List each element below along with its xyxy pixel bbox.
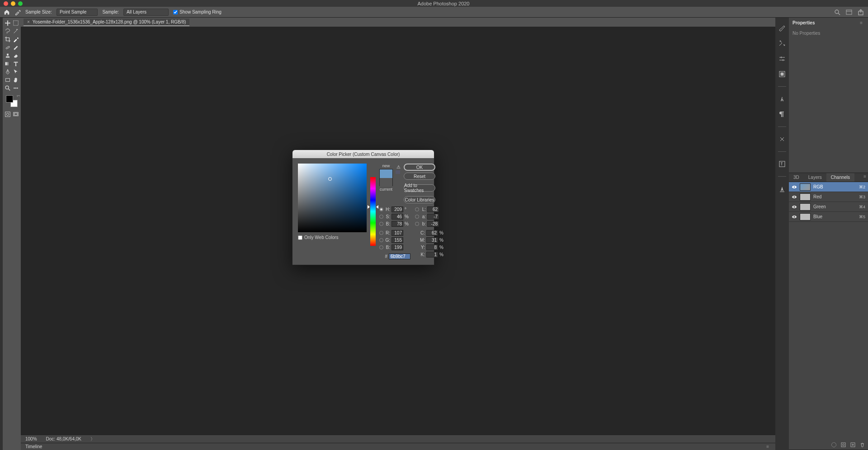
color-selection-ring[interactable] <box>328 177 332 181</box>
brushes-panel-icon[interactable] <box>778 24 786 32</box>
y-input[interactable] <box>426 244 438 250</box>
tab-channels[interactable]: Channels <box>826 173 854 182</box>
swap-colors-icon[interactable]: ⤺ <box>17 94 20 98</box>
visibility-icon[interactable] <box>792 194 797 200</box>
clone-source-panel-icon[interactable] <box>778 39 786 47</box>
quick-mask-icon[interactable] <box>4 111 11 118</box>
pen-tool-icon[interactable] <box>4 68 11 75</box>
hue-slider[interactable] <box>370 177 376 246</box>
screen-mode-icon[interactable] <box>12 111 19 118</box>
ok-button[interactable]: OK <box>404 164 435 171</box>
magic-wand-tool-icon[interactable] <box>12 28 19 35</box>
channels-menu-icon[interactable]: ≡ <box>862 173 868 182</box>
channel-row[interactable]: RGB ⌘2 <box>789 182 868 192</box>
foreground-color[interactable] <box>6 95 13 103</box>
eraser-tool-icon[interactable] <box>12 52 19 59</box>
glyphs-panel-icon[interactable] <box>778 160 786 168</box>
marquee-tool-icon[interactable] <box>12 19 19 27</box>
healing-brush-tool-icon[interactable] <box>4 44 11 51</box>
character-panel-icon[interactable] <box>778 95 786 103</box>
new-channel-icon[interactable] <box>850 442 856 448</box>
bl-input[interactable] <box>392 244 403 250</box>
home-icon[interactable] <box>4 9 10 15</box>
add-to-swatches-button[interactable]: Add to Swatches <box>404 184 435 192</box>
sample-select[interactable]: All Layers <box>123 9 169 16</box>
tab-layers[interactable]: Layers <box>804 173 826 182</box>
sample-size-select[interactable]: Point Sample <box>57 9 98 16</box>
c-input[interactable] <box>426 230 438 236</box>
brush-tool-icon[interactable] <box>12 44 19 51</box>
show-sampling-ring-input[interactable] <box>173 10 178 14</box>
styles-panel-icon[interactable] <box>778 70 786 78</box>
visibility-icon[interactable] <box>792 204 797 210</box>
rectangle-tool-icon[interactable] <box>4 76 11 84</box>
h-radio[interactable] <box>379 207 383 211</box>
eyedropper-tool-icon[interactable] <box>14 9 21 15</box>
b-input[interactable] <box>392 221 403 227</box>
zoom-level[interactable]: 100% <box>25 436 37 441</box>
r-radio[interactable] <box>379 231 383 235</box>
workspace-icon[interactable] <box>845 9 853 16</box>
timeline-menu-icon[interactable]: ≡ <box>764 443 771 450</box>
h-input[interactable] <box>392 206 403 212</box>
s-input[interactable] <box>392 214 403 220</box>
l-input[interactable] <box>427 206 439 212</box>
websafe-warning-icon[interactable] <box>396 170 400 174</box>
crop-tool-icon[interactable] <box>4 36 11 43</box>
reset-button[interactable]: Reset <box>404 173 435 180</box>
adjustments-panel-icon[interactable] <box>778 55 786 63</box>
document-tab[interactable]: × Yosemite-Folder_1536x1536_Apple-128x12… <box>24 19 189 26</box>
clone-stamp-tool-icon[interactable] <box>4 52 11 59</box>
visibility-icon[interactable] <box>792 184 797 190</box>
only-web-colors-checkbox[interactable]: Only Web Colors <box>298 235 367 240</box>
current-color-swatch[interactable] <box>380 178 392 187</box>
bl-radio[interactable] <box>379 245 383 249</box>
close-window-icon[interactable] <box>4 1 8 6</box>
canvas[interactable]: Color Picker (Custom Canvas Color) Only … <box>21 27 775 435</box>
a-input[interactable] <box>427 214 439 220</box>
g-input[interactable] <box>392 237 403 243</box>
r-input[interactable] <box>392 230 403 236</box>
channel-row[interactable]: Blue ⌘5 <box>789 212 868 222</box>
libraries-panel-icon[interactable] <box>778 135 786 143</box>
m-input[interactable] <box>426 237 438 243</box>
b-radio[interactable] <box>379 222 383 226</box>
load-selection-icon[interactable] <box>831 442 837 448</box>
gradient-tool-icon[interactable] <box>4 60 11 67</box>
s-radio[interactable] <box>379 215 383 219</box>
move-tool-icon[interactable] <box>4 19 11 27</box>
properties-menu-icon[interactable]: ≡ <box>858 19 864 26</box>
l-radio[interactable] <box>415 207 419 211</box>
visibility-icon[interactable] <box>792 214 797 220</box>
hand-tool-icon[interactable] <box>12 76 19 84</box>
channel-row[interactable]: Red ⌘3 <box>789 192 868 202</box>
search-icon[interactable] <box>834 9 841 16</box>
color-libraries-button[interactable]: Color Libraries <box>404 196 435 203</box>
info-panel-icon[interactable] <box>778 185 786 193</box>
share-icon[interactable] <box>857 9 864 16</box>
status-flyout-icon[interactable]: 〉 <box>90 436 95 442</box>
delete-channel-icon[interactable] <box>859 442 865 448</box>
g-radio[interactable] <box>379 238 383 242</box>
maximize-window-icon[interactable] <box>18 1 23 6</box>
lab-b-input[interactable] <box>427 221 439 227</box>
show-sampling-ring-checkbox[interactable]: Show Sampling Ring <box>173 9 222 14</box>
gamut-warning-icon[interactable]: ⚠ <box>396 164 401 169</box>
minimize-window-icon[interactable] <box>11 1 15 6</box>
path-selection-tool-icon[interactable] <box>12 68 19 75</box>
timeline-panel[interactable]: Timeline ≡ <box>21 443 775 450</box>
eyedropper-icon[interactable] <box>12 36 19 43</box>
channel-row[interactable]: Green ⌘4 <box>789 202 868 212</box>
edit-toolbar-icon[interactable] <box>12 84 19 92</box>
lasso-tool-icon[interactable] <box>4 28 11 35</box>
zoom-tool-icon[interactable] <box>4 84 11 92</box>
save-selection-icon[interactable] <box>840 442 846 448</box>
saturation-value-field[interactable] <box>298 164 367 232</box>
paragraph-panel-icon[interactable] <box>778 110 786 118</box>
tab-3d[interactable]: 3D <box>789 173 804 182</box>
k-input[interactable] <box>426 252 438 258</box>
lab-b-radio[interactable] <box>415 222 419 226</box>
color-swatches[interactable]: ⤺ <box>6 95 18 107</box>
doc-info[interactable]: Doc: 48,0K/64,0K <box>46 436 81 441</box>
close-tab-icon[interactable]: × <box>27 19 30 24</box>
